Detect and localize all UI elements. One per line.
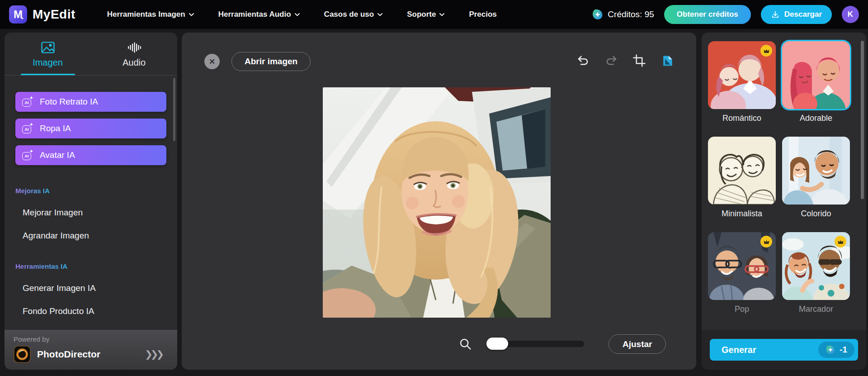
sidebar-item-mejorar-imagen[interactable]: Mejorar Imagen xyxy=(15,208,166,218)
foto-retrato-ia-button[interactable]: AI✦ Foto Retrato IA xyxy=(15,92,166,112)
tab-audio[interactable]: Audio xyxy=(91,42,177,75)
style-card-pop[interactable]: Pop xyxy=(708,232,776,314)
page-curl-icon xyxy=(660,54,674,67)
image-icon xyxy=(41,42,55,53)
style-thumbnail-illustration xyxy=(708,137,776,205)
crop-icon xyxy=(632,54,646,67)
credits-count: Créditos: 95 xyxy=(608,10,654,19)
chevron-down-icon xyxy=(439,13,444,16)
editor-canvas: ✕ Abrir imagen xyxy=(182,33,696,370)
style-label: Romántico xyxy=(708,114,776,123)
fit-button[interactable]: Ajustar xyxy=(609,334,666,354)
crop-button[interactable] xyxy=(632,53,646,68)
premium-crown-badge xyxy=(760,236,772,247)
credit-coin-icon xyxy=(826,345,835,355)
redo-icon xyxy=(604,54,618,67)
ai-sparkle-icon: AI✦ xyxy=(22,124,33,133)
ai-sparkle-icon: AI✦ xyxy=(22,150,33,160)
style-label: Colorido xyxy=(782,209,850,219)
zoom-slider-thumb[interactable] xyxy=(486,338,508,350)
chevron-down-icon xyxy=(189,13,194,16)
brand-name: MyEdit xyxy=(33,7,75,22)
ropa-ia-button[interactable]: AI✦ Ropa IA xyxy=(15,119,166,138)
audio-waveform-icon xyxy=(127,42,141,53)
compare-original-button[interactable] xyxy=(660,53,675,68)
myedit-logo-icon: M✦ xyxy=(9,5,27,24)
section-title-herramientas-ia: Herramientas IA xyxy=(15,262,67,270)
canvas-image[interactable] xyxy=(323,87,551,318)
style-thumbnail-illustration xyxy=(782,137,850,205)
style-card-romantico[interactable]: Romántico xyxy=(708,41,776,123)
top-navbar: M✦ MyEdit Herramientas Imagen Herramient… xyxy=(0,0,868,29)
style-card-minimalista[interactable]: Minimalista xyxy=(708,137,776,219)
avatar-ia-button[interactable]: AI✦ Avatar IA xyxy=(15,145,166,165)
ai-sparkle-icon: AI✦ xyxy=(22,97,33,107)
redo-button[interactable] xyxy=(604,53,618,68)
style-label: Minimalista xyxy=(708,209,776,219)
ai-feature-buttons: AI✦ Foto Retrato IA AI✦ Ropa IA AI✦ Avat… xyxy=(5,76,177,165)
powered-by-photodirector-banner[interactable]: Powered by PhotoDirector ❯❯❯ xyxy=(5,330,177,370)
sidebar-item-generar-imagen-ia[interactable]: Generar Imagen IA xyxy=(15,283,166,293)
style-label: Adorable xyxy=(782,114,850,123)
sidebar-scrollbar[interactable] xyxy=(173,78,175,141)
premium-crown-badge xyxy=(760,45,772,57)
download-icon xyxy=(771,10,780,19)
section-title-mejoras-ia: Mejoras IA xyxy=(15,187,50,195)
magnifier-icon xyxy=(458,337,472,351)
navbar-right: Créditos: 95 Obtener créditos Descargar … xyxy=(592,5,859,24)
nav-herramientas-audio[interactable]: Herramientas Audio xyxy=(218,10,300,19)
style-card-colorido[interactable]: Colorido xyxy=(782,137,850,219)
nav-casos-de-uso[interactable]: Casos de uso xyxy=(324,10,383,19)
get-credits-button[interactable]: Obtener créditos xyxy=(664,5,751,24)
style-thumbnail-illustration xyxy=(782,41,850,109)
download-button[interactable]: Descargar xyxy=(761,5,832,24)
tab-imagen[interactable]: Imagen xyxy=(5,42,91,75)
styles-grid: Romántico xyxy=(702,33,866,314)
generate-button[interactable]: Generar -1 xyxy=(710,339,858,361)
active-tab-underline xyxy=(21,74,75,75)
nav-precios[interactable]: Precios xyxy=(469,10,496,19)
powered-by-label: Powered by xyxy=(14,335,168,343)
close-image-button[interactable]: ✕ xyxy=(204,54,220,69)
nav-herramientas-imagen[interactable]: Herramientas Imagen xyxy=(107,10,194,19)
generate-bar: Generar -1 xyxy=(702,330,866,370)
tools-sidebar: Imagen Audio AI✦ Foto Retrato xyxy=(5,33,177,370)
zoom-slider[interactable] xyxy=(487,341,584,347)
main-nav: Herramientas Imagen Herramientas Audio C… xyxy=(107,10,497,19)
premium-crown-badge xyxy=(835,236,846,247)
chevron-down-icon xyxy=(295,13,300,16)
brand-logo-link[interactable]: M✦ MyEdit xyxy=(9,5,75,24)
style-label: Marcador xyxy=(782,305,850,314)
style-label: Pop xyxy=(708,305,776,314)
credit-cost-badge: -1 xyxy=(818,342,854,358)
sidebar-item-agrandar-imagen[interactable]: Agrandar Imagen xyxy=(15,231,166,241)
photodirector-logo-icon xyxy=(14,346,31,363)
styles-panel-scrollbar[interactable] xyxy=(861,41,864,199)
credit-coin-icon xyxy=(592,9,604,20)
style-card-marcador[interactable]: Marcador xyxy=(782,232,850,314)
sidebar-item-fondo-producto-ia[interactable]: Fondo Producto IA xyxy=(15,306,166,316)
photodirector-name: PhotoDirector xyxy=(37,349,100,360)
myedit-app: M✦ MyEdit Herramientas Imagen Herramient… xyxy=(0,0,868,376)
user-avatar[interactable]: K xyxy=(842,6,859,23)
media-tabs: Imagen Audio xyxy=(5,33,177,75)
undo-icon xyxy=(576,54,590,67)
undo-button[interactable] xyxy=(576,53,590,68)
chevrons-right-icon: ❯❯❯ xyxy=(145,349,168,360)
canvas-toolbar xyxy=(576,53,675,68)
chevron-down-icon xyxy=(377,13,382,16)
nav-soporte[interactable]: Soporte xyxy=(407,10,444,19)
credits-display: Créditos: 95 xyxy=(592,9,654,20)
sidebar-sections: Mejoras IA Mejorar Imagen Agrandar Image… xyxy=(5,187,177,339)
styles-panel: Romántico xyxy=(702,33,866,370)
zoom-controls: Ajustar xyxy=(182,333,696,355)
style-card-adorable[interactable]: Adorable xyxy=(782,41,850,123)
open-image-button[interactable]: Abrir imagen xyxy=(231,52,311,71)
